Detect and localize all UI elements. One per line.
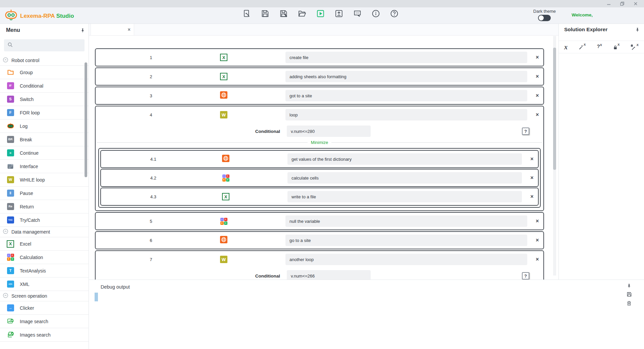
- menu-pin-button[interactable]: [79, 27, 86, 35]
- save-as-button[interactable]: [279, 9, 288, 19]
- step-description-field[interactable]: go to a site: [285, 235, 527, 246]
- tab-script[interactable]: ×: [91, 24, 134, 35]
- open-button[interactable]: [297, 9, 307, 19]
- menu-item-return[interactable]: ReReturn: [0, 200, 89, 213]
- menu-item-label: Switch: [20, 97, 34, 102]
- about-button[interactable]: [371, 9, 380, 19]
- debug-clear-log-button[interactable]: [626, 300, 632, 307]
- query-variable-icon: ?x: [597, 44, 602, 50]
- conditional-value-field[interactable]: v.num<=280: [287, 126, 371, 137]
- create-variable-button[interactable]: x: [579, 44, 586, 50]
- welcome-text: Welcome,: [572, 12, 593, 17]
- step-delete-button[interactable]: ×: [536, 256, 539, 262]
- document-wand-icon: [243, 9, 251, 19]
- tab-close-button[interactable]: ×: [128, 27, 130, 32]
- step-delete-button[interactable]: ×: [536, 73, 539, 80]
- menu-section-screen-operation[interactable]: Screen operation: [0, 291, 89, 301]
- new-script-button[interactable]: [242, 9, 251, 19]
- globe-icon: [222, 155, 229, 163]
- menu-item-label: TextAnalysis: [20, 268, 46, 273]
- conditional-help-button[interactable]: ?: [522, 128, 529, 135]
- menu-section-data-management[interactable]: Data management: [0, 227, 89, 237]
- pin-icon: [635, 28, 640, 33]
- step-delete-button[interactable]: ×: [536, 93, 539, 99]
- step-delete-button[interactable]: ×: [536, 112, 539, 118]
- search-input[interactable]: [16, 43, 81, 48]
- menu-item-label: FOR loop: [20, 110, 40, 115]
- step-delete-button[interactable]: ×: [530, 194, 533, 200]
- lock-create-variable-button[interactable]: x: [631, 44, 639, 50]
- menu-item-clicker[interactable]: →Clicker: [0, 301, 89, 315]
- menu-item-calculation[interactable]: −÷×=Calculation: [0, 251, 89, 264]
- menu-item-continue[interactable]: »Continue: [0, 146, 89, 160]
- folder-open-icon: [298, 9, 306, 19]
- window-minimize-button[interactable]: [604, 1, 613, 7]
- menu-scrollbar[interactable]: [85, 62, 87, 177]
- find-variable-button[interactable]: ?x: [597, 44, 602, 50]
- step-description-field[interactable]: write to a file: [287, 191, 522, 202]
- menu-item-switch[interactable]: SSwitch: [0, 93, 89, 106]
- menu-item-try-catch[interactable]: T/CTry/Catch: [0, 213, 89, 227]
- menu-item-label: Group: [20, 70, 33, 75]
- step-delete-button[interactable]: ×: [530, 175, 533, 181]
- step-description-field[interactable]: another loop: [285, 254, 527, 265]
- menu-item-interface[interactable]: Interface: [0, 160, 89, 173]
- menu-item-xml[interactable]: </>XML: [0, 278, 89, 291]
- step-description-field[interactable]: create file: [285, 52, 527, 63]
- calculation-icon: −÷×=: [222, 174, 229, 182]
- excel-icon: X: [220, 54, 227, 61]
- save-button[interactable]: [260, 9, 270, 19]
- menu-item-for-loop[interactable]: FFOR loop: [0, 106, 89, 119]
- window-close-button[interactable]: [631, 1, 640, 7]
- for-badge-icon: F: [7, 109, 14, 116]
- debug-save-log-button[interactable]: [627, 292, 632, 298]
- lexema-rpa-studio-window: Lexema-RPA Studio Dark theme Welcome, Me…: [0, 0, 644, 349]
- help-button[interactable]: [389, 9, 399, 19]
- solution-explorer-pin-button[interactable]: [634, 27, 641, 34]
- minimize-link[interactable]: Minimize: [311, 140, 328, 145]
- publish-button[interactable]: [334, 9, 343, 19]
- comment-icon: [353, 9, 362, 19]
- wand-variable-icon: x: [579, 44, 586, 50]
- menu-item-conditional[interactable]: IFConditional: [0, 79, 89, 93]
- window-restore-button[interactable]: [618, 1, 627, 7]
- menu-item-label: Calculation: [20, 255, 43, 260]
- menu-section-robot-control[interactable]: Robot control: [0, 55, 89, 66]
- step-description-field[interactable]: got to a site: [285, 90, 527, 101]
- step-delete-button[interactable]: ×: [530, 156, 533, 162]
- nested-steps-group: 4.1get values of the first dictionary×4.…: [98, 148, 541, 208]
- menu-item-images-search[interactable]: Images search: [0, 328, 89, 342]
- menu-item-while-loop[interactable]: WWHILE loop: [0, 173, 89, 187]
- step-description-field[interactable]: null the variable: [285, 215, 527, 227]
- menu-item-group[interactable]: Group: [0, 66, 89, 79]
- step-description-field[interactable]: adding sheets also formatting: [285, 71, 527, 82]
- menu-item-textanalysis[interactable]: TTextAnalysis: [0, 264, 89, 278]
- menu-item-log[interactable]: Log: [0, 119, 89, 133]
- dark-theme-toggle[interactable]: [538, 15, 551, 21]
- feedback-button[interactable]: [353, 9, 362, 19]
- calculation-icon: −÷×=: [220, 218, 227, 225]
- step-description-field[interactable]: calculate cells: [287, 172, 522, 184]
- menu-item-image-search[interactable]: Image search: [0, 315, 89, 328]
- main-scrollbar[interactable]: [553, 48, 556, 170]
- run-button[interactable]: [316, 9, 325, 19]
- step-description-field[interactable]: loop: [285, 109, 527, 120]
- variable-button[interactable]: x: [564, 43, 568, 51]
- solution-explorer-panel: Solution Explorer xx?xxx: [558, 24, 644, 280]
- step-number: 4.2: [101, 176, 206, 181]
- conditional-help-button[interactable]: ?: [522, 272, 529, 280]
- menu-item-excel[interactable]: XExcel: [0, 237, 89, 251]
- break-badge-icon: BR: [7, 136, 14, 143]
- menu-item-pause[interactable]: ‖Pause: [0, 187, 89, 200]
- menu-item-break[interactable]: BRBreak: [0, 133, 89, 146]
- xml-badge-icon: </>: [7, 281, 14, 288]
- conditional-label: Conditional: [96, 129, 280, 134]
- step-delete-button[interactable]: ×: [536, 237, 539, 243]
- step-description-field[interactable]: get values of the first dictionary: [287, 153, 522, 165]
- conditional-value-field[interactable]: v.num<=266: [287, 270, 371, 280]
- brand-primary: Lexema-RPA: [20, 13, 55, 19]
- step-delete-button[interactable]: ×: [536, 54, 539, 60]
- step-delete-button[interactable]: ×: [536, 218, 539, 224]
- debug-pin-button[interactable]: [627, 283, 632, 289]
- lock-variable-button[interactable]: x: [613, 44, 620, 50]
